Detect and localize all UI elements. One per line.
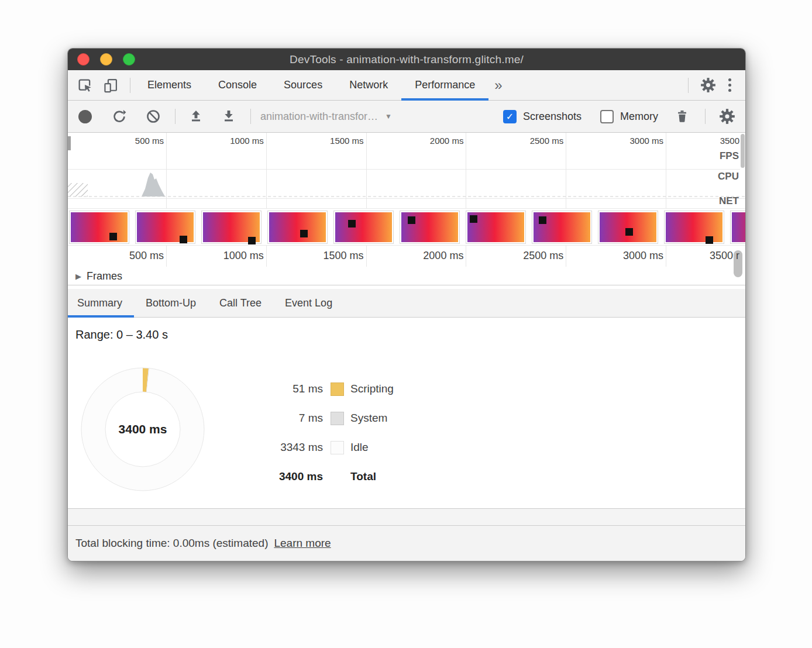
screenshot-thumbnail[interactable]: [466, 211, 526, 244]
capture-settings-gear-icon[interactable]: [718, 108, 736, 125]
device-toolbar-icon[interactable]: [102, 77, 119, 94]
more-tabs-icon[interactable]: »: [490, 77, 507, 94]
titlebar: DevTools - animation-with-transform.glit…: [68, 49, 745, 70]
ruler-gridline: [566, 133, 566, 209]
animated-box: [408, 216, 415, 224]
tab-sources[interactable]: Sources: [270, 70, 336, 100]
ruler-tick-label: 1000 ms: [168, 136, 264, 146]
frames-pane: ▶ Frames 500 ms1000 ms1500 ms2000 ms2500…: [68, 246, 745, 285]
drawer-strip: [68, 508, 745, 526]
ruler-tick-label: 3500 r: [644, 250, 739, 262]
profile-select[interactable]: animation-with-transfor… ▼: [260, 111, 392, 123]
ruler-tick-label: 1000 ms: [168, 250, 264, 262]
screenshot-filmstrip: [68, 209, 745, 246]
lane-label-net: NET: [719, 195, 739, 207]
ruler-tick-label: 2500 ms: [467, 250, 563, 262]
cpu-activity-chart: [68, 169, 745, 198]
ruler-gridline: [466, 246, 466, 267]
legend-row-idle: 3343 msIdle: [261, 433, 394, 462]
dtab-bottom-up[interactable]: Bottom-Up: [134, 289, 208, 317]
tab-console[interactable]: Console: [205, 70, 270, 100]
ruler-tick-label: 3500: [644, 136, 739, 146]
minimize-window-button[interactable]: [100, 53, 112, 66]
donut-legend: 51 msScripting7 msSystem3343 msIdle3400 …: [261, 374, 394, 491]
tab-network[interactable]: Network: [336, 70, 401, 100]
ruler-gridline: [166, 133, 167, 209]
traffic-lights: [77, 53, 135, 66]
screenshot-thumbnail[interactable]: [400, 211, 460, 244]
screenshot-thumbnail[interactable]: [267, 211, 328, 244]
window-title: DevTools - animation-with-transform.glit…: [290, 53, 524, 66]
legend-swatch: [331, 412, 344, 425]
screenshot-thumbnail[interactable]: [69, 211, 129, 244]
ruler-gridline: [266, 246, 267, 267]
legend-row-system: 7 msSystem: [261, 404, 394, 433]
record-button[interactable]: [78, 110, 92, 123]
close-window-button[interactable]: [77, 53, 90, 66]
customize-menu-icon[interactable]: [728, 78, 731, 92]
overview-scrollbar[interactable]: [740, 133, 745, 170]
legend-row-scripting: 51 msScripting: [261, 374, 394, 404]
load-profile-icon[interactable]: [187, 108, 205, 125]
learn-more-link[interactable]: Learn more: [274, 537, 331, 550]
panel-tabs: ElementsConsoleSourcesNetworkPerformance: [134, 70, 488, 100]
memory-toggle[interactable]: Memory: [600, 110, 658, 123]
screenshot-thumbnail[interactable]: [664, 211, 724, 244]
detail-tabbar: SummaryBottom-UpCall TreeEvent Log: [68, 289, 745, 318]
timeline-overview[interactable]: 500 ms1000 ms1500 ms2000 ms2500 ms3000 m…: [68, 133, 745, 209]
tabbar-divider: [130, 78, 130, 93]
status-bar: Total blocking time: 0.00ms (estimated) …: [68, 526, 745, 561]
screenshot-thumbnail[interactable]: [598, 211, 658, 244]
trash-icon[interactable]: [673, 108, 691, 125]
frames-section-toggle[interactable]: ▶ Frames: [75, 270, 122, 282]
inspect-element-icon[interactable]: [76, 77, 94, 94]
screenshot-thumbnail[interactable]: [333, 211, 394, 244]
tab-performance[interactable]: Performance: [401, 70, 488, 100]
donut-total-label: 3400 ms: [78, 365, 207, 494]
total-blocking-time-text: Total blocking time: 0.00ms (estimated): [75, 537, 268, 550]
ruler-tick-label: 500 ms: [68, 136, 164, 146]
screenshot-thumbnail[interactable]: [135, 211, 195, 244]
ruler-tick-label: 2500 ms: [467, 136, 563, 146]
screenshot-thumbnail[interactable]: [730, 211, 745, 244]
ruler-gridline: [466, 133, 466, 209]
tab-elements[interactable]: Elements: [134, 70, 205, 100]
animated-box: [248, 237, 256, 244]
ruler-tick-label: 2000 ms: [367, 136, 463, 146]
memory-label: Memory: [620, 111, 658, 123]
screenshot-thumbnail[interactable]: [201, 211, 262, 244]
summary-panel: Range: 0 – 3.40 s 3400 ms 51 msScripting…: [68, 318, 745, 508]
legend-swatch: [331, 382, 344, 396]
ruler-tick-label: 2000 ms: [367, 250, 463, 262]
memory-checkbox[interactable]: [600, 110, 614, 123]
screenshots-label: Screenshots: [523, 111, 582, 123]
dtab-call-tree[interactable]: Call Tree: [208, 289, 273, 317]
animated-box: [706, 236, 713, 244]
lane-label-fps: FPS: [720, 150, 739, 162]
clear-recording-icon[interactable]: [144, 108, 162, 125]
save-profile-icon[interactable]: [220, 108, 238, 125]
ruler-gridline: [566, 246, 566, 267]
screenshots-toggle[interactable]: ✓ Screenshots: [503, 110, 582, 123]
dtab-summary[interactable]: Summary: [68, 289, 134, 317]
zoom-window-button[interactable]: [123, 53, 135, 66]
animated-box: [300, 230, 308, 237]
dtab-event-log[interactable]: Event Log: [273, 289, 344, 317]
legend-swatch: [331, 441, 344, 454]
time-breakdown-donut: 3400 ms: [78, 365, 207, 494]
animated-box: [625, 228, 633, 236]
settings-gear-icon[interactable]: [699, 77, 717, 94]
screenshot-thumbnail[interactable]: [532, 211, 592, 244]
ruler-gridline: [366, 246, 367, 267]
expand-arrow-icon: ▶: [75, 272, 81, 281]
performance-toolbar: animation-with-transfor… ▼ ✓ Screenshots…: [68, 101, 745, 133]
ruler-gridline: [166, 246, 167, 267]
frames-section-label: Frames: [87, 270, 122, 282]
animated-box: [470, 215, 477, 223]
animated-box: [348, 220, 356, 228]
ruler-tick-label: 500 ms: [68, 250, 164, 262]
reload-and-record-icon[interactable]: [111, 108, 128, 125]
screenshots-checkbox[interactable]: ✓: [503, 110, 517, 123]
dropdown-caret-icon: ▼: [385, 112, 392, 120]
lane-label-cpu: CPU: [718, 171, 739, 182]
